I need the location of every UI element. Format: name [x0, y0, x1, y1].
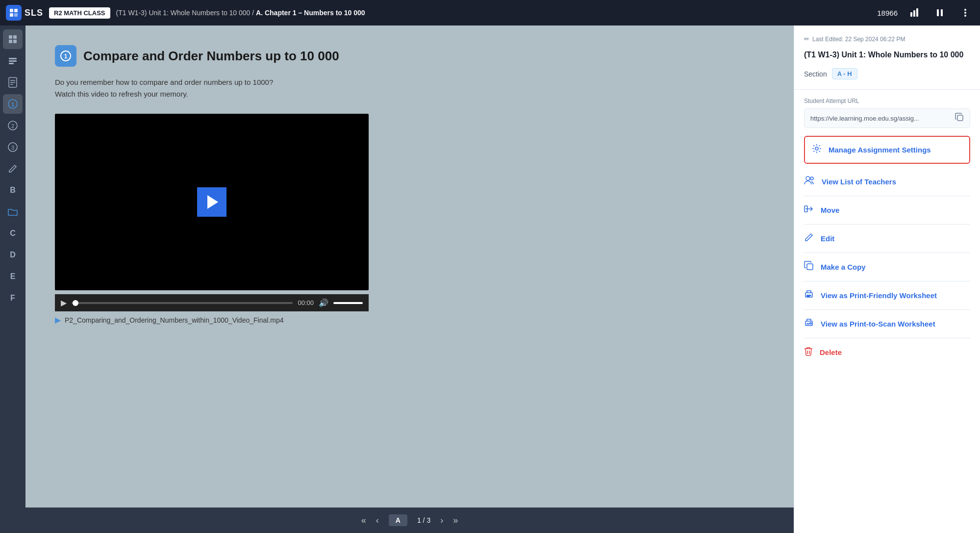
last-page-button[interactable]: » [453, 515, 458, 526]
print-friendly-button[interactable]: View as Print-Friendly Worksheet [804, 281, 970, 310]
prev-page-button[interactable]: ‹ [376, 515, 379, 526]
last-edited-row: ✏ Last Edited: 22 Sep 2024 06:22 PM [804, 35, 970, 43]
delete-label: Delete [820, 348, 842, 356]
copy-url-button[interactable] [955, 113, 964, 124]
video-file-icon: ▶ [55, 315, 61, 325]
print-scan-label: View as Print-to-Scan Worksheet [821, 320, 935, 328]
breadcrumb-part2: A. Chapter 1 – Numbers to 10 000 [256, 9, 365, 17]
logo: SLS [6, 5, 43, 21]
content-area: 1 Compare and Order Numbers up to 10 000… [25, 25, 794, 533]
svg-text:1: 1 [64, 53, 68, 60]
svg-rect-36 [807, 264, 813, 270]
video-progress-bar[interactable] [72, 302, 293, 304]
lesson-description: Do you remember how to compare and order… [55, 76, 764, 100]
video-time: 00:00 [298, 299, 314, 306]
sidebar-item-folder[interactable] [3, 202, 23, 222]
chart-icon-button[interactable] [905, 4, 923, 22]
print-scan-button[interactable]: View as Print-to-Scan Worksheet [804, 310, 970, 338]
volume-slider[interactable] [333, 302, 363, 304]
top-navigation: SLS R2 MATH CLASS (T1 W1-3) Unit 1: Whol… [0, 0, 980, 25]
move-icon [804, 204, 814, 216]
current-section-badge: A [389, 514, 407, 526]
section-badge: A - H [832, 68, 857, 79]
svg-rect-14 [9, 40, 12, 43]
video-play-button[interactable] [197, 187, 226, 217]
edit-button[interactable]: Edit [804, 225, 970, 253]
sidebar-item-grid[interactable] [3, 29, 23, 49]
print-scan-icon [804, 318, 814, 330]
assignment-title: (T1 W1-3) Unit 1: Whole Numbers to 10 00… [804, 50, 970, 60]
svg-point-11 [964, 15, 966, 17]
sidebar-item-page3[interactable]: 3 [3, 137, 23, 157]
svg-rect-5 [913, 10, 915, 17]
svg-point-34 [810, 177, 813, 180]
svg-rect-39 [807, 296, 809, 297]
bottom-navigation: « ‹ A 1 / 3 › » [25, 508, 794, 533]
view-teachers-label: View List of Teachers [822, 178, 896, 186]
sidebar-item-page2[interactable]: 2 [3, 116, 23, 135]
sidebar-item-f[interactable]: F [3, 288, 23, 308]
video-filename-row: ▶ P2_Comparing_and_Ordering_Numbers_with… [55, 311, 369, 329]
sidebar-item-d[interactable]: D [3, 245, 23, 265]
class-badge[interactable]: R2 MATH CLASS [49, 7, 110, 19]
svg-point-9 [964, 9, 966, 11]
svg-point-32 [815, 147, 818, 150]
svg-rect-18 [9, 63, 14, 64]
svg-text:1: 1 [11, 102, 14, 107]
view-teachers-button[interactable]: View List of Teachers [804, 168, 970, 196]
sidebar-item-b[interactable]: B [3, 180, 23, 200]
svg-rect-17 [9, 60, 17, 62]
teachers-icon [804, 176, 815, 188]
svg-rect-6 [916, 8, 918, 17]
page-indicator: 1 / 3 [417, 516, 430, 524]
svg-rect-41 [810, 323, 811, 324]
lesson-header: 1 Compare and Order Numbers up to 10 000 [55, 45, 764, 67]
play-pause-button[interactable]: ▶ [61, 298, 67, 307]
sidebar-item-c[interactable]: C [3, 224, 23, 243]
svg-rect-42 [807, 324, 809, 324]
svg-rect-4 [910, 12, 912, 17]
manage-assignment-button[interactable]: Manage Assignment Settings [804, 136, 970, 164]
nav-right-controls: 18966 [877, 4, 974, 22]
edit-label: Edit [821, 234, 834, 243]
print-friendly-icon [804, 289, 814, 302]
svg-rect-1 [14, 9, 18, 12]
sls-logo-icon [6, 5, 22, 21]
url-input-row: https://vle.learning.moe.edu.sg/assig... [804, 108, 970, 128]
pause-icon-button[interactable] [931, 4, 949, 22]
svg-point-10 [964, 12, 966, 14]
breadcrumb-separator: / [252, 9, 256, 17]
pencil-icon: ✏ [804, 35, 809, 43]
volume-button[interactable]: 🔊 [319, 298, 328, 307]
svg-rect-8 [941, 9, 943, 16]
print-friendly-label: View as Print-Friendly Worksheet [821, 291, 937, 300]
svg-rect-16 [9, 58, 17, 59]
next-page-button[interactable]: › [440, 515, 443, 526]
progress-indicator [73, 300, 78, 306]
svg-rect-2 [10, 13, 13, 17]
first-page-button[interactable]: « [361, 515, 366, 526]
copy-icon [804, 261, 814, 273]
move-button[interactable]: Move [804, 196, 970, 225]
sidebar-item-info[interactable]: 1 [3, 94, 23, 114]
current-page: 1 [417, 516, 421, 524]
delete-button[interactable]: Delete [804, 338, 970, 366]
sidebar-item-layers[interactable] [3, 51, 23, 71]
sidebar-item-doc[interactable] [3, 73, 23, 92]
more-options-button[interactable] [956, 4, 974, 22]
svg-rect-38 [807, 295, 811, 296]
sidebar-item-edit[interactable] [3, 159, 23, 178]
video-player[interactable] [55, 114, 369, 290]
last-edited-text: Last Edited: 22 Sep 2024 06:22 PM [812, 36, 905, 43]
svg-rect-12 [9, 35, 12, 39]
section-label: Section [804, 70, 827, 78]
url-label: Student Attempt URL [804, 98, 970, 104]
make-copy-button[interactable]: Make a Copy [804, 253, 970, 281]
section-row: Section A - H [804, 68, 970, 79]
lesson-title: Compare and Order Numbers up to 10 000 [83, 49, 339, 64]
svg-text:3: 3 [11, 145, 14, 151]
svg-text:2: 2 [11, 123, 14, 129]
manage-assignment-label: Manage Assignment Settings [829, 146, 931, 154]
sidebar-item-e[interactable]: E [3, 267, 23, 286]
content-scroll: 1 Compare and Order Numbers up to 10 000… [25, 25, 794, 508]
